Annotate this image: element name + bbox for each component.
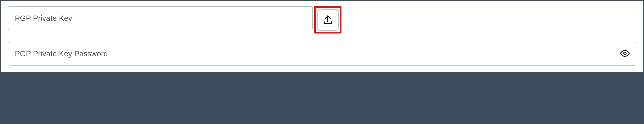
upload-icon [322,14,333,26]
eye-icon [620,48,630,59]
toggle-password-visibility-button[interactable] [619,48,630,59]
svg-point-0 [624,52,626,55]
pgp-private-key-password-row [8,42,636,66]
upload-highlight [314,6,342,34]
pgp-private-key-field[interactable] [8,6,313,30]
pgp-private-key-password-field[interactable] [8,42,636,66]
pgp-private-key-input[interactable] [15,14,306,23]
pgp-private-key-row [8,6,636,34]
upload-button[interactable] [317,9,338,31]
form-panel [1,1,643,72]
pgp-private-key-password-input[interactable] [15,49,629,58]
